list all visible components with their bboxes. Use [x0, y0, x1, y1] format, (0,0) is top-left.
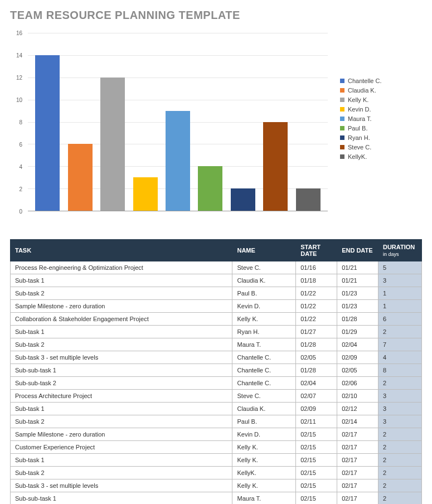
cell-name: KellyK. — [232, 467, 296, 479]
cell-dur: 3 — [378, 274, 421, 287]
cell-task: Sub-sub-task 2 — [11, 377, 232, 390]
chart-gridline — [28, 211, 328, 211]
cell-end: 02/17 — [337, 441, 378, 454]
chart-ytick: 16 — [16, 30, 22, 36]
cell-end: 02/17 — [337, 428, 378, 441]
chart-bar — [133, 177, 158, 211]
legend-label: Chantelle C. — [348, 77, 382, 84]
cell-end: 01/23 — [337, 300, 378, 313]
cell-start: 02/05 — [296, 351, 337, 364]
cell-name: Kelly K. — [232, 441, 296, 454]
legend-label: Paul B. — [348, 125, 367, 132]
cell-dur: 8 — [378, 364, 421, 377]
cell-task: Collaboration & Stakeholder Engagement P… — [11, 313, 232, 326]
table-row: Sub-task 1Kelly K.02/1502/172 — [11, 454, 422, 467]
cell-dur: 3 — [378, 390, 421, 403]
table-body: Process Re-engineering & Optimization Pr… — [11, 261, 422, 505]
chart-ytick: 0 — [19, 209, 22, 215]
tasks-table: TASK NAME START DATE END DATE DURATION i… — [10, 239, 422, 504]
cell-task: Sub-task 1 — [11, 274, 232, 287]
header-start: START DATE — [296, 240, 337, 261]
cell-start: 02/04 — [296, 377, 337, 390]
cell-name: Chantelle C. — [232, 364, 296, 377]
header-duration-unit: in days — [383, 251, 399, 257]
chart-bar — [296, 188, 321, 211]
table-row: Sub-task 2KellyK.02/1502/172 — [11, 467, 422, 479]
cell-name: Maura T. — [232, 338, 296, 351]
cell-end: 01/21 — [337, 274, 378, 287]
table-row: Sub-task 1Claudia K.02/0902/123 — [11, 403, 422, 415]
chart-bar — [263, 122, 288, 211]
cell-start: 01/22 — [296, 300, 337, 313]
cell-task: Sample Milestone - zero duration — [11, 428, 232, 441]
cell-task: Sub-task 1 — [11, 454, 232, 467]
cell-task: Sample Milestone - zero duration — [11, 300, 232, 313]
legend-label: Maura T. — [348, 115, 372, 122]
cell-dur: 2 — [378, 467, 421, 479]
table-row: Collaboration & Stakeholder Engagement P… — [11, 313, 422, 326]
legend-swatch — [340, 79, 344, 83]
cell-start: 01/22 — [296, 287, 337, 300]
header-duration-label: DURATION — [383, 244, 415, 250]
cell-end: 01/29 — [337, 326, 378, 338]
legend-item: Ryan H. — [340, 134, 382, 141]
chart-bar — [100, 77, 125, 211]
cell-end: 02/17 — [337, 454, 378, 467]
cell-dur: 5 — [378, 261, 421, 274]
chart-bars — [28, 33, 328, 211]
header-task: TASK — [11, 240, 232, 261]
cell-task: Sub-task 1 — [11, 326, 232, 338]
chart-ytick: 2 — [19, 186, 22, 192]
cell-end: 01/23 — [337, 287, 378, 300]
cell-end: 02/17 — [337, 467, 378, 479]
cell-task: Sub-task 3 - set multiple levels — [11, 479, 232, 492]
legend-label: Kevin D. — [348, 106, 371, 113]
cell-dur: 2 — [378, 454, 421, 467]
cell-start: 01/27 — [296, 326, 337, 338]
cell-start: 01/22 — [296, 313, 337, 326]
cell-dur: 1 — [378, 287, 421, 300]
cell-dur: 7 — [378, 338, 421, 351]
cell-task: Sub-sub-task 1 — [11, 364, 232, 377]
cell-end: 02/14 — [337, 415, 378, 428]
chart-bar — [166, 111, 190, 211]
cell-end: 02/12 — [337, 403, 378, 415]
table-row: Sub-sub-task 1Maura T.02/1502/172 — [11, 492, 422, 505]
table-row: Sub-task 3 - set multiple levelsChantell… — [11, 351, 422, 364]
table-row: Sub-task 2Paul B.01/2201/231 — [11, 287, 422, 300]
legend-label: Kelly K. — [348, 96, 368, 103]
table-row: Sub-task 1Claudia K.01/1801/213 — [11, 274, 422, 287]
cell-name: Chantelle C. — [232, 351, 296, 364]
table-row: Customer Experience ProjectKelly K.02/15… — [11, 441, 422, 454]
chart-ytick: 14 — [16, 52, 22, 59]
table-row: Sub-task 3 - set multiple levelsKelly K.… — [11, 479, 422, 492]
cell-name: Kelly K. — [232, 454, 296, 467]
cell-start: 02/15 — [296, 428, 337, 441]
table-row: Sub-task 2Maura T.01/2802/047 — [11, 338, 422, 351]
chart-ytick: 10 — [16, 97, 22, 103]
header-duration: DURATION in days — [378, 240, 421, 261]
cell-task: Sub-task 2 — [11, 287, 232, 300]
cell-name: Kelly K. — [232, 313, 296, 326]
cell-dur: 2 — [378, 441, 421, 454]
chart-bar — [68, 144, 93, 211]
legend-item: Paul B. — [340, 125, 382, 132]
cell-name: Ryan H. — [232, 326, 296, 338]
header-end: END DATE — [337, 240, 378, 261]
legend-swatch — [340, 145, 344, 149]
cell-dur: 3 — [378, 403, 421, 415]
legend-swatch — [340, 98, 344, 102]
table-row: Sub-sub-task 1Chantelle C.01/2802/058 — [11, 364, 422, 377]
cell-name: Paul B. — [232, 415, 296, 428]
cell-end: 02/09 — [337, 351, 378, 364]
cell-name: Claudia K. — [232, 403, 296, 415]
cell-dur: 2 — [378, 492, 421, 505]
legend-item: Kevin D. — [340, 106, 382, 113]
table-row: Process Architecture ProjectSteve C.02/0… — [11, 390, 422, 403]
cell-name: Maura T. — [232, 492, 296, 505]
cell-start: 02/15 — [296, 441, 337, 454]
cell-end: 02/17 — [337, 492, 378, 505]
cell-dur: 2 — [378, 326, 421, 338]
page-title: TEAM RESOURCE PLANNING TEMPLATE — [10, 9, 422, 22]
legend-item: KellyK. — [340, 153, 382, 160]
